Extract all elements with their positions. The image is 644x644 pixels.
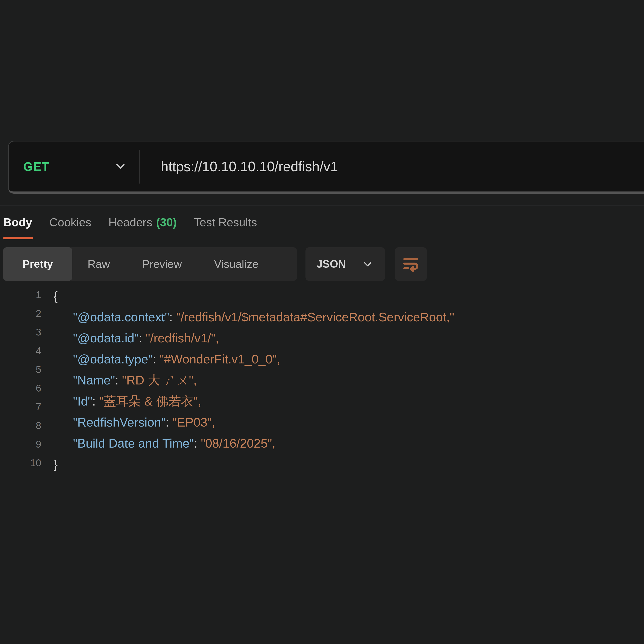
line-number: 7 [0,398,41,416]
line-number: 4 [0,342,41,360]
line-number: 2 [0,304,41,323]
line-numbers: 12345678910 [0,286,41,472]
format-select[interactable]: JSON [305,247,385,281]
response-body: 12345678910 {"@odata.context": "/redfish… [0,286,454,475]
line-number: 9 [0,435,41,454]
code-line: { [53,286,454,307]
tab-test-results[interactable]: Test Results [194,215,257,230]
chevron-down-icon [114,159,127,174]
code-line: "Id": "蓋耳朵 & 佛若衣", [53,391,454,412]
wrap-text-button[interactable] [395,247,427,281]
view-tab-pretty[interactable]: Pretty [3,247,72,281]
section-divider [0,205,644,206]
method-label: GET [23,159,49,174]
line-number: 8 [0,416,41,435]
line-number: 6 [0,379,41,398]
code-line: "@odata.type": "#WonderFit.v1_0_0", [53,349,454,370]
line-number: 10 [0,454,41,472]
tab-cookies-label: Cookies [49,216,91,229]
headers-count-badge: (30) [156,216,177,229]
code-line: "@odata.id": "/redfish/v1/", [53,328,454,349]
code-line: "@odata.context": "/redfish/v1/$metadata… [53,307,454,328]
view-tab-preview[interactable]: Preview [142,258,182,270]
request-bar: GET [8,141,644,194]
view-tab-visualize[interactable]: Visualize [214,258,258,270]
tab-headers-label: Headers [108,216,152,229]
code-line: } [53,454,454,475]
view-mode-group: Pretty Raw Preview Visualize [3,247,297,281]
chevron-down-icon [362,258,374,270]
line-number: 5 [0,360,41,379]
line-number: 1 [0,286,41,304]
tab-cookies[interactable]: Cookies [49,215,91,230]
body-view-toolbar: Pretty Raw Preview Visualize JSON [3,247,427,281]
active-tab-indicator [3,237,33,239]
tab-body[interactable]: Body [3,215,32,230]
method-dropdown[interactable]: GET [9,141,139,191]
tab-headers[interactable]: Headers(30) [108,215,177,230]
line-number: 3 [0,323,41,342]
code-line: "RedfishVersion": "EP03", [53,412,454,433]
tab-test-results-label: Test Results [194,216,257,229]
wrap-text-icon [402,255,420,273]
format-select-value: JSON [317,258,346,270]
code-lines: {"@odata.context": "/redfish/v1/$metadat… [53,286,454,475]
view-tab-raw[interactable]: Raw [88,258,110,270]
tab-body-label: Body [3,216,32,229]
code-line: "Name": "RD 大 ㄕㄨ", [53,370,454,391]
response-tab-bar: Body Cookies Headers(30) Test Results [3,215,257,230]
url-input[interactable] [161,159,644,175]
method-url-divider [139,150,140,184]
code-line: "Build Date and Time": "08/16/2025", [53,433,454,454]
